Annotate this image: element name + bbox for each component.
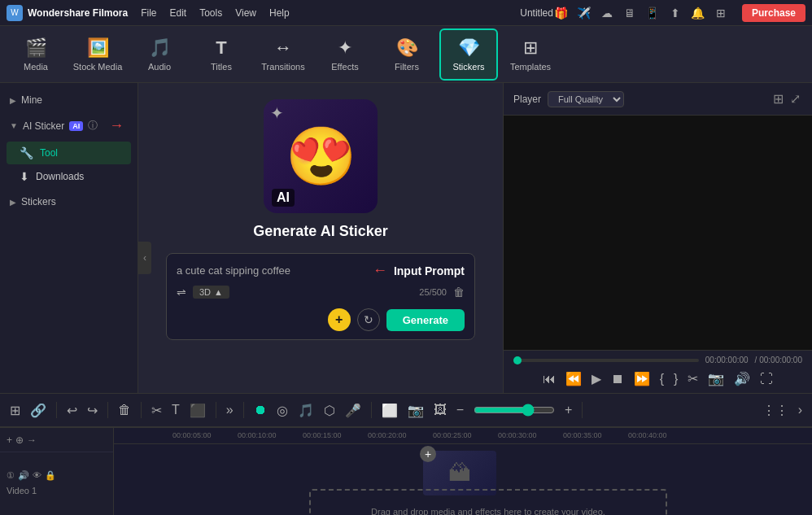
video-visibility-icon[interactable]: 👁 xyxy=(33,470,41,481)
sidebar-section-stickers[interactable]: ▶ Stickers xyxy=(0,191,138,212)
ruler-mark-3: 00:00:15:00 xyxy=(303,431,342,439)
add-track-icon[interactable]: + xyxy=(7,434,12,446)
phone-icon[interactable]: 📱 xyxy=(644,5,661,21)
toolbar-stock-media[interactable]: 🖼️ Stock Media xyxy=(68,28,127,81)
grid-view-icon[interactable]: ⊞ xyxy=(771,89,785,108)
tool-icon: 🔧 xyxy=(20,146,33,159)
share-icon[interactable]: ✈️ xyxy=(576,5,592,21)
char-count: 25/500 xyxy=(419,287,447,297)
timeline-header-icons: + ⊕ → xyxy=(7,434,37,446)
style-button[interactable]: 3D ▲ xyxy=(193,286,229,299)
settings-button[interactable]: ⋮⋮ xyxy=(759,399,792,421)
fullscreen-button[interactable]: ⛶ xyxy=(758,370,775,388)
red-arrow-indicator: → xyxy=(109,117,124,134)
record-button[interactable]: ⏺ xyxy=(251,399,270,421)
magnet-button[interactable]: 🔗 xyxy=(27,399,50,421)
effects-icon: ✦ xyxy=(338,37,352,59)
collapse-sidebar-button[interactable]: ‹ xyxy=(138,242,151,274)
video-track-label: Video 1 xyxy=(0,486,113,495)
motion-button[interactable]: ◎ xyxy=(273,399,291,421)
progress-bar[interactable] xyxy=(513,359,699,362)
zoom-out-button[interactable]: − xyxy=(453,399,467,421)
quality-select[interactable]: Full Quality xyxy=(548,91,624,107)
gift-icon[interactable]: 🎁 xyxy=(553,5,570,21)
text-button[interactable]: T xyxy=(168,399,183,421)
clip-track-button[interactable]: ⬜ xyxy=(378,399,401,421)
toolbar-filters[interactable]: 🎨 Filters xyxy=(378,28,436,81)
player-controls: 00:00:00:00 / 00:00:00:00 ⏮ ⏪ ▶ ⏹ ⏩ { } … xyxy=(504,350,812,393)
snapshot-button[interactable]: 📷 xyxy=(706,369,726,388)
shuffle-icon[interactable]: ⇌ xyxy=(177,286,186,299)
purchase-button[interactable]: Purchase xyxy=(742,4,805,22)
toolbar-audio[interactable]: 🎵 Audio xyxy=(130,28,189,81)
audio-track-button[interactable]: 🎵 xyxy=(295,399,317,421)
menu-tools[interactable]: Tools xyxy=(199,7,222,19)
zoom-slider[interactable] xyxy=(474,404,555,417)
cut-button[interactable]: ✂ xyxy=(148,399,165,421)
toolbar-transitions[interactable]: ↔ Transitions xyxy=(254,28,312,81)
toolbar-stickers[interactable]: 💎 Stickers xyxy=(439,28,498,81)
skip-back-button[interactable]: ⏮ xyxy=(541,370,557,388)
toolbar-titles[interactable]: T Titles xyxy=(192,28,251,81)
camera-button[interactable]: 🖼 xyxy=(430,399,450,421)
marker-button[interactable]: ⬡ xyxy=(321,399,338,421)
transitions-icon: ↔ xyxy=(274,37,292,59)
divider-2 xyxy=(107,402,108,418)
audio-button[interactable]: 🔊 xyxy=(732,369,752,388)
sidebar-item-downloads[interactable]: ⬇ Downloads xyxy=(7,165,131,188)
zoom-in-button[interactable]: + xyxy=(561,399,575,421)
delete-button[interactable]: 🗑 xyxy=(115,399,134,421)
audio-track-icon[interactable]: 🔊 xyxy=(18,470,29,481)
upload-icon[interactable]: ⬆ xyxy=(667,5,683,21)
lock-icon[interactable]: 🔒 xyxy=(45,470,56,481)
frame-forward-button[interactable]: ⏩ xyxy=(632,369,652,388)
toolbar-templates[interactable]: ⊞ Templates xyxy=(501,28,560,81)
menu-edit[interactable]: Edit xyxy=(169,7,186,19)
topbar-icons: 🎁 ✈️ ☁ 🖥 📱 ⬆ 🔔 ⊞ Purchase xyxy=(553,4,805,22)
clip-button[interactable]: ✂ xyxy=(686,369,700,388)
redo-button[interactable]: ↪ xyxy=(84,399,101,421)
scene-button[interactable]: ⊞ xyxy=(7,399,24,421)
drop-zone[interactable]: Drag and drop media and effects here to … xyxy=(309,489,667,515)
video-track-icons: ① 🔊 👁 🔒 xyxy=(0,467,113,484)
trash-icon[interactable]: 🗑 xyxy=(453,286,465,299)
sidebar-item-tool[interactable]: 🔧 Tool xyxy=(7,142,131,164)
info-icon[interactable]: ⓘ xyxy=(88,119,98,133)
media-add-button[interactable]: 📷 xyxy=(404,399,427,421)
undo-button[interactable]: ↩ xyxy=(63,399,81,421)
sticker-emoji: 😍 xyxy=(286,123,356,190)
toolbar-effects[interactable]: ✦ Effects xyxy=(316,28,374,81)
bell-icon[interactable]: 🔔 xyxy=(690,5,706,21)
mark-in-button[interactable]: { xyxy=(658,370,666,388)
stock-media-icon: 🖼️ xyxy=(87,37,109,59)
prompt-text[interactable]: a cute cat sipping coffee xyxy=(177,264,366,277)
cloud-icon[interactable]: ☁ xyxy=(599,5,615,21)
toolbar-media[interactable]: 🎬 Media xyxy=(7,28,65,81)
timeline: + ⊕ → ① 🔊 👁 🔒 Video 1 00:00:05:00 00:00:… xyxy=(0,427,812,515)
more-button[interactable]: » xyxy=(223,399,237,421)
monitor-icon[interactable]: 🖥 xyxy=(622,5,638,21)
audio-label: Audio xyxy=(148,62,171,72)
more-options-button[interactable]: › xyxy=(795,399,805,421)
sidebar-section-mine[interactable]: ▶ Mine xyxy=(0,89,138,111)
voice-button[interactable]: 🎤 xyxy=(342,399,365,421)
frame-back-button[interactable]: ⏪ xyxy=(564,369,583,388)
time-current: 00:00:00:00 xyxy=(705,356,749,364)
generate-button[interactable]: Generate xyxy=(386,309,465,331)
sequence-icon[interactable]: ⊕ xyxy=(15,434,24,446)
menu-view[interactable]: View xyxy=(235,7,256,19)
refresh-button[interactable]: ↻ xyxy=(357,308,380,331)
grid-icon[interactable]: ⊞ xyxy=(713,5,729,21)
crop-button[interactable]: ⬛ xyxy=(186,399,209,421)
arrow-icon[interactable]: → xyxy=(27,434,37,446)
mark-out-button[interactable]: } xyxy=(672,370,679,388)
menu-file[interactable]: File xyxy=(141,7,156,19)
add-button[interactable]: + xyxy=(328,308,351,331)
stop-button[interactable]: ⏹ xyxy=(609,370,626,388)
menu-help[interactable]: Help xyxy=(269,7,290,19)
play-button[interactable]: ▶ xyxy=(590,369,603,388)
add-media-button[interactable]: + xyxy=(420,446,436,462)
video-num-icon: ① xyxy=(7,470,15,481)
expand-view-icon[interactable]: ⤢ xyxy=(788,89,802,108)
red-arrow-prompt: ← xyxy=(373,262,387,279)
